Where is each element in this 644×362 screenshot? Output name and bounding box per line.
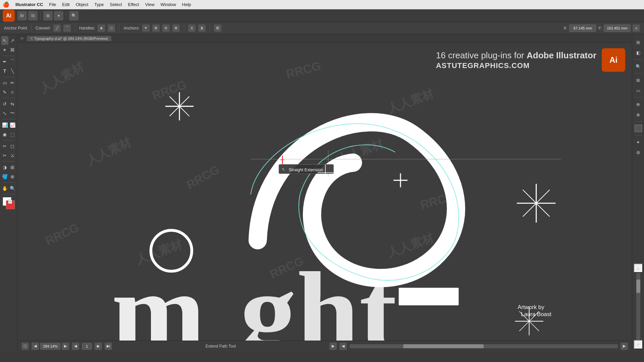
anchors-btn2[interactable]: ⊕ [152,24,160,32]
anchors-btn3[interactable]: ⊖ [162,24,170,32]
menu-view[interactable]: View [143,1,157,8]
shaper-tool[interactable]: ⌗ [9,88,16,97]
artboard-end-button[interactable]: ▶| [105,343,112,350]
mesh-tool[interactable]: ⊞ [9,163,16,172]
apple-menu[interactable]: 🍎 [3,1,9,8]
menu-object[interactable]: Object [73,1,91,8]
paint-brush-tool[interactable]: ✏ [9,78,16,87]
gradient-tool[interactable]: ◑ [1,163,8,172]
status-scroll-right[interactable]: ▶ [621,343,628,350]
rotate-tool[interactable]: ↺ [1,100,8,108]
ad-text-block: 16 creative plug-ins for Adobe Illustrat… [436,50,596,70]
panel-btn-7[interactable]: ⊗ [634,110,643,119]
pen-tool[interactable]: ✒ [1,57,8,66]
direct-selection-tool[interactable]: ↗ [9,36,16,45]
status-play-button[interactable]: ▶ [329,343,337,350]
warp-tool[interactable]: 〜 [9,109,16,118]
menu-effect[interactable]: Effect [125,1,142,8]
color-swatches[interactable]: ↺ [3,197,15,209]
zoom-input[interactable] [40,343,60,350]
curvature-tool[interactable]: ⌒ [9,57,16,66]
horizontal-scrollbar[interactable] [350,344,618,348]
bridge-button[interactable]: Br [17,11,27,20]
more-options-button[interactable]: ≡ [633,24,640,32]
panel-btn-4[interactable]: ⊞ [634,75,643,85]
menu-edit[interactable]: Edit [59,1,72,8]
menu-file[interactable]: File [46,1,59,8]
menu-window[interactable]: Window [158,1,179,8]
graph-tool[interactable]: 📊 [1,121,8,129]
zoom-tool[interactable]: 🔍 [9,184,16,193]
panel-collapse-icon[interactable]: ≫ [20,36,24,41]
at-misc-btn2[interactable]: ⧗ [198,24,206,32]
artboard-prev-button[interactable]: ◀ [72,343,79,350]
magic-wand-tool[interactable]: ✴ [1,46,8,54]
handles-btn1[interactable]: ◈ [98,24,105,32]
eraser-tool[interactable]: ◻ [9,142,16,150]
column-graph-tool[interactable]: 📈 [9,121,16,129]
scissors-tool[interactable]: ✂ [1,151,8,160]
shape-tools: ▭ ✏ [1,78,16,87]
scale-tool[interactable]: ⤡ [1,109,8,118]
status-info-button[interactable]: ⓘ [21,343,29,350]
panel-btn-2[interactable]: ◧ [634,48,643,57]
at-misc-btn1[interactable]: ⧖ [188,24,196,32]
menu-type[interactable]: Type [92,1,106,8]
canvas-area[interactable]: ≫ ✕ Typography-d.ai* @ 284.14% (RGB/Prev… [17,34,632,351]
lasso-tool[interactable]: ⌘ [9,46,16,54]
selection-tools: ↖ ↗ [1,36,16,45]
document-tab[interactable]: ✕ Typography-d.ai* @ 284.14% (RGB/Previe… [27,36,111,41]
live-paint-bucket[interactable]: 🪣 [1,172,8,181]
panel-btn-1[interactable]: ⊞ [634,38,643,47]
vertical-scrollbar[interactable] [636,273,640,340]
menu-help[interactable]: Help [179,1,194,8]
artboard-tool[interactable]: ⬚ [9,130,16,139]
knife-tool[interactable]: ⚔ [9,151,16,160]
scroll-up-button[interactable]: ▲ [634,263,643,273]
watermark-12: 人人素材 [385,230,436,261]
shape-builder-tool[interactable]: ⊕ [9,172,16,181]
artboard-input[interactable] [82,343,92,350]
menu-select[interactable]: Select [107,1,124,8]
panel-btn-3[interactable]: 🔍 [634,62,643,71]
symbol-sprayer-tool[interactable]: ◉ [1,130,8,139]
watermark-1: 人人素材 [37,59,87,97]
anchors-btn4[interactable]: ⊗ [172,24,180,32]
type-tool[interactable]: T [1,67,8,75]
scroll-down-button[interactable]: ▼ [634,340,643,349]
panel-btn-6[interactable]: ⊕ [634,100,643,109]
workspace-switcher[interactable]: ⊞ [43,11,53,20]
status-scroll-left[interactable]: ◀ [339,343,347,350]
main-layout: ↖ ↗ ✴ ⌘ ✒ ⌒ T ╲ ▭ ✏ ✎ ⌗ ↺ ⇆ ⤡ [0,34,644,351]
canvas-background[interactable]: 人人素材 RRCG RRCG 人人素材 人人素材 RRCG 人人素材 RRCG … [17,43,632,351]
handles-btn2[interactable]: ◇ [108,24,115,32]
y-value-input[interactable] [604,24,631,32]
at-misc-btn3[interactable]: ⊞ [214,24,221,32]
status-right: ◀ ▶ [339,343,628,350]
reflect-tool[interactable]: ⇆ [9,100,16,108]
workspace-dropdown[interactable]: ▾ [54,11,63,20]
right-fill-indicator[interactable] [635,125,642,132]
zoom-next-button[interactable]: ▶ [62,343,69,350]
tab-close-icon[interactable]: ✕ [30,37,33,40]
hand-tool[interactable]: ✋ [1,184,8,193]
panel-btn-5[interactable]: ▭ [634,86,643,95]
convert-corner-button[interactable]: ╱ [53,24,61,32]
search-button[interactable]: 🔍 [69,11,78,20]
artboard-next-button[interactable]: ▶ [95,343,102,350]
zoom-prev-button[interactable]: ◀ [32,343,39,350]
x-value-input[interactable] [569,24,596,32]
panel-btn-9[interactable]: ⚙ [634,148,643,157]
at-sep-2 [75,24,75,32]
menu-app-name[interactable]: Illustrator CC [13,1,46,8]
panel-btn-8[interactable]: ✦ [634,137,643,147]
pencil-tool[interactable]: ✎ [1,88,8,97]
stock-button[interactable]: St [28,11,38,20]
line-tool[interactable]: ╲ [9,67,16,75]
rectangle-tool[interactable]: ▭ [1,78,8,87]
convert-smooth-button[interactable]: ⌒ [63,24,71,32]
slice-tool[interactable]: ✂ [1,142,8,150]
selection-tool[interactable]: ↖ [1,36,8,45]
svg-rect-24 [279,165,333,174]
anchors-btn1[interactable]: ✦ [142,24,150,32]
